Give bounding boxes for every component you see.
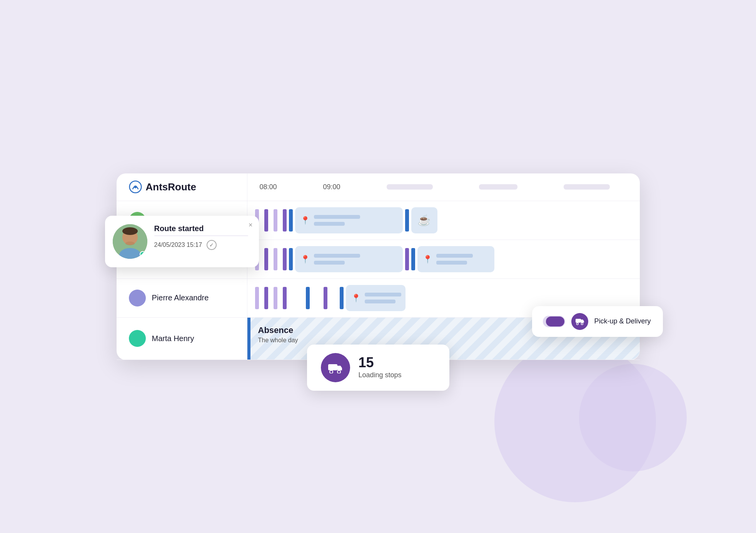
bar-2 bbox=[264, 209, 268, 232]
route-line-4a bbox=[365, 293, 401, 296]
svg-rect-10 bbox=[576, 319, 581, 323]
bar-divider-purple bbox=[405, 248, 409, 270]
bar-8 bbox=[283, 248, 287, 270]
absence-content: Absence The whole day bbox=[258, 325, 298, 344]
divider-5 bbox=[306, 287, 310, 309]
time-placeholder-2 bbox=[479, 184, 517, 190]
pickup-delivery-card: Pick-up & Delivery bbox=[532, 306, 663, 337]
svg-point-6 bbox=[125, 242, 135, 245]
absence-left-bar bbox=[247, 318, 250, 360]
agent-avatar-4 bbox=[129, 330, 146, 347]
bar-group-2 bbox=[255, 246, 287, 272]
loading-number: 15 bbox=[359, 356, 402, 370]
pin-icon-4: 📍 bbox=[351, 293, 361, 303]
route-line-3a bbox=[436, 254, 473, 258]
header-row: AntsRoute 08:00 09:00 bbox=[117, 173, 640, 201]
popup-route-started: Route started 24/05/2023 15:17 ✓ × bbox=[105, 216, 259, 267]
agent-cell-4: Marta Henry bbox=[117, 318, 247, 360]
timeline-cell-1: 📍 ☕ bbox=[247, 201, 640, 240]
bar-7 bbox=[274, 248, 277, 270]
route-line-1a bbox=[314, 215, 360, 219]
toggle-track[interactable] bbox=[543, 316, 565, 327]
loading-label: Loading stops bbox=[359, 371, 402, 379]
bar-6 bbox=[264, 248, 268, 270]
logo-icon bbox=[129, 180, 142, 193]
bar-4 bbox=[283, 209, 287, 232]
pin-icon-3: 📍 bbox=[423, 255, 432, 264]
time-placeholder-1 bbox=[387, 184, 433, 190]
timeline-header: 08:00 09:00 bbox=[247, 183, 640, 191]
pin-icon-1: 📍 bbox=[300, 216, 310, 225]
loading-card: 15 Loading stops bbox=[307, 345, 449, 391]
divider-2 bbox=[405, 209, 409, 232]
svg-point-12 bbox=[581, 323, 583, 325]
popup-avatar bbox=[113, 224, 147, 259]
time-label-1: 08:00 bbox=[260, 183, 277, 191]
popup-info-row: 24/05/2023 15:17 ✓ bbox=[154, 240, 248, 250]
route-block-2: 📍 bbox=[295, 246, 403, 272]
truck-icon bbox=[328, 362, 343, 373]
pickup-label: Pick-up & Delivery bbox=[594, 317, 651, 325]
bar-12 bbox=[283, 287, 287, 309]
svg-point-11 bbox=[576, 323, 578, 325]
agent-name-4: Marta Henry bbox=[152, 334, 194, 343]
route-block-1: 📍 bbox=[295, 207, 403, 233]
popup-title: Route started bbox=[154, 224, 248, 233]
route-lines-2 bbox=[314, 254, 397, 265]
route-lines-3 bbox=[436, 254, 489, 265]
route-lines-1 bbox=[314, 215, 397, 226]
pin-icon-2: 📍 bbox=[300, 255, 310, 264]
popup-content: Route started 24/05/2023 15:17 ✓ bbox=[154, 224, 248, 250]
absence-subtitle: The whole day bbox=[258, 337, 298, 344]
bg-decoration-2 bbox=[579, 364, 687, 471]
popup-date: 24/05/2023 15:17 bbox=[154, 242, 202, 248]
popup-divider bbox=[154, 235, 248, 236]
route-line-4b bbox=[365, 300, 396, 303]
route-block-3: 📍 bbox=[417, 246, 494, 272]
svg-point-1 bbox=[134, 186, 137, 188]
svg-rect-7 bbox=[328, 364, 337, 370]
agent-cell-3: Pierre Alexandre bbox=[117, 279, 247, 317]
timeline-cell-2: 📍 📍 bbox=[247, 240, 640, 278]
coffee-block-1: ☕ bbox=[411, 207, 437, 233]
time-label-2: 09:00 bbox=[323, 183, 340, 191]
logo-cell: AntsRoute bbox=[117, 173, 247, 201]
pickup-truck-icon bbox=[576, 317, 584, 326]
main-card: AntsRoute 08:00 09:00 Pierre Henry bbox=[117, 173, 640, 360]
route-line-2a bbox=[314, 254, 360, 258]
divider-1 bbox=[289, 209, 293, 232]
bar-10 bbox=[264, 287, 268, 309]
divider-6 bbox=[340, 287, 344, 309]
svg-point-9 bbox=[337, 370, 340, 373]
online-dot bbox=[140, 251, 146, 257]
agent-avatar-3 bbox=[129, 290, 146, 306]
truck-badge bbox=[321, 353, 350, 382]
route-lines-4 bbox=[365, 293, 401, 303]
bar-purple-2 bbox=[324, 287, 327, 309]
svg-point-8 bbox=[330, 370, 333, 373]
popup-check-icon: ✓ bbox=[207, 240, 217, 250]
divider-3 bbox=[289, 248, 293, 270]
bar-group-3 bbox=[255, 285, 287, 311]
divider-4 bbox=[411, 248, 415, 270]
loading-info: 15 Loading stops bbox=[359, 356, 402, 379]
bar-9 bbox=[255, 287, 259, 309]
agent-name-3: Pierre Alexandre bbox=[152, 293, 209, 302]
route-line-3b bbox=[436, 261, 467, 265]
bar-11 bbox=[274, 287, 277, 309]
toggle-thumb bbox=[546, 316, 564, 326]
logo-text: AntsRoute bbox=[146, 181, 196, 193]
route-line-2b bbox=[314, 261, 345, 265]
svg-point-5 bbox=[122, 227, 138, 235]
route-block-4: 📍 bbox=[346, 285, 406, 311]
route-line-1b bbox=[314, 222, 345, 226]
bar-group-1 bbox=[255, 207, 287, 233]
bar-3 bbox=[274, 209, 277, 232]
pickup-icon bbox=[571, 313, 588, 330]
absence-title: Absence bbox=[258, 325, 298, 335]
time-placeholder-3 bbox=[564, 184, 610, 190]
popup-close-button[interactable]: × bbox=[249, 221, 253, 229]
